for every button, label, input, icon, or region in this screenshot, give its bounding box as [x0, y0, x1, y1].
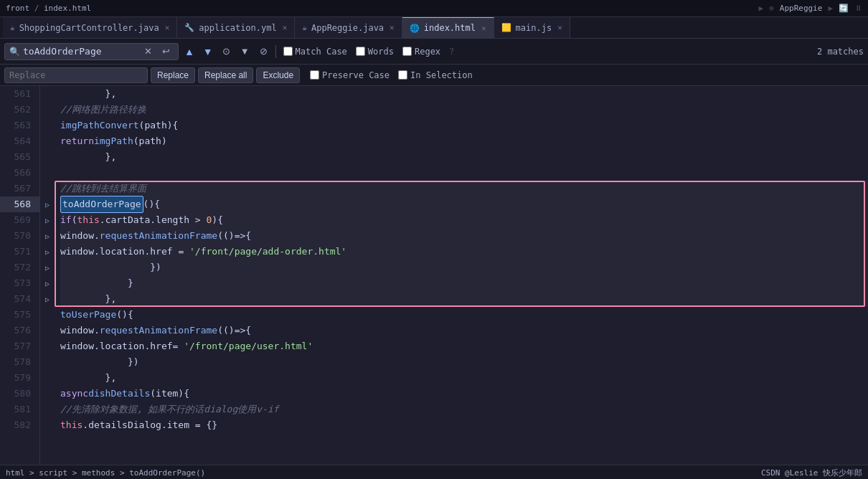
preserve-case-label[interactable]: Preserve Case [310, 70, 390, 80]
gutter-item [40, 102, 55, 118]
tab-close-html[interactable]: ✕ [481, 24, 486, 33]
code-line: async dishDetails(item){ [60, 386, 868, 402]
code-line: //先清除对象数据, 如果不行的话dialog使用v-if [60, 402, 868, 417]
code-line: }, [60, 149, 868, 165]
replace-button[interactable]: Replace [151, 67, 195, 83]
code-line: toAddOrderPage(){ [60, 196, 868, 212]
gutter-item: ▷ [40, 244, 55, 260]
line-number: 573 [0, 275, 39, 291]
line-number: 578 [0, 354, 39, 370]
tab-close-appreggie[interactable]: ✕ [390, 23, 395, 32]
code-line: imgPathConvert(path){ [60, 118, 868, 133]
line-number: 562 [0, 102, 39, 118]
tab-appreggie[interactable]: ☕ AppReggie.java ✕ [295, 17, 402, 39]
tab-close-shopping-cart[interactable]: ✕ [165, 23, 170, 32]
tab-icon-java: ☕ [10, 23, 15, 32]
line-number: 563 [0, 118, 39, 133]
line-number: 565 [0, 149, 39, 165]
line-number: 561 [0, 86, 39, 102]
top-bar-icon-2: ⊕ [769, 4, 774, 13]
line-number: 571 [0, 244, 39, 260]
replace-bar: Replace Replace all Exclude Preserve Cas… [0, 65, 868, 86]
code-line: }, [60, 370, 868, 386]
code-line: this.detailsDialog.item = {} [60, 417, 868, 433]
replace-input-wrap [4, 67, 148, 83]
line-number: 564 [0, 133, 39, 149]
gutter-item [40, 133, 55, 149]
code-line: window.requestAnimationFrame(()=>{ [60, 323, 868, 338]
regex-help: ? [449, 47, 454, 57]
line-number: 572 [0, 260, 39, 275]
gutter-item [40, 417, 55, 433]
code-line: }) [60, 354, 868, 370]
regex-label[interactable]: Regex [402, 47, 440, 57]
status-bar: html > script > methods > toAddOrderPage… [0, 465, 868, 479]
gutter-item [40, 402, 55, 417]
tab-shopping-cart[interactable]: ☕ ShoppingCartController.java ✕ [3, 17, 177, 39]
gutter-item [40, 370, 55, 386]
undo-search-button[interactable]: ↩ [159, 44, 174, 58]
exclude-button[interactable]: Exclude [256, 67, 300, 83]
tab-icon-appreggie: ☕ [302, 23, 307, 32]
code-line: window.location.href = '/front/page/add-… [60, 244, 868, 260]
match-case-checkbox[interactable] [283, 47, 293, 56]
search-filter-button[interactable]: ▼ [237, 44, 253, 58]
ide-path: front / index.html [6, 4, 91, 13]
tab-main-js[interactable]: 🟨 main.js ✕ [494, 17, 570, 39]
search-bar: 🔍 ✕ ↩ ▲ ▼ ⊙ ▼ ⊘ Match Case Words Regex ?… [0, 39, 868, 65]
search-exclude-button[interactable]: ⊘ [256, 44, 271, 58]
tab-application-yml[interactable]: 🔧 application.yml ✕ [177, 17, 295, 39]
line-number: 577 [0, 338, 39, 354]
line-number: 575 [0, 307, 39, 323]
replace-all-button[interactable]: Replace all [198, 67, 253, 83]
top-bar-icon-3: ▶ [828, 4, 833, 13]
search-input[interactable] [23, 46, 138, 57]
gutter-item [40, 181, 55, 196]
in-selection-text: In Selection [410, 70, 473, 80]
words-label[interactable]: Words [356, 47, 394, 57]
code-line: if(this.cartData.length > 0){ [60, 212, 868, 228]
code-line: } [60, 275, 868, 291]
search-divider [275, 45, 276, 58]
regex-checkbox[interactable] [402, 47, 412, 56]
watermark: CSDN @Leslie 快乐少年郎 [761, 468, 862, 478]
gutter-item [40, 386, 55, 402]
words-checkbox[interactable] [356, 47, 365, 56]
regex-text: Regex [415, 47, 440, 57]
top-bar-appreggie: AppReggie [780, 4, 823, 13]
search-match-highlight: toAddOrderPage [60, 196, 143, 213]
code-content[interactable]: }, //网络图片路径转换 imgPathConvert(path){ retu… [55, 86, 868, 465]
search-prev-button[interactable]: ▲ [181, 44, 197, 59]
gutter-item [40, 307, 55, 323]
search-open-button[interactable]: ⊙ [219, 44, 234, 58]
gutter-item: ▷ [40, 291, 55, 307]
matches-count: 2 matches [817, 47, 864, 57]
clear-search-button[interactable]: ✕ [141, 44, 156, 58]
in-selection-label[interactable]: In Selection [398, 70, 473, 80]
gutter-item [40, 86, 55, 102]
gutter-item [40, 354, 55, 370]
match-case-text: Match Case [296, 47, 347, 57]
in-selection-checkbox[interactable] [398, 70, 407, 80]
tab-icon-html: 🌐 [410, 24, 420, 33]
tab-icon-yml: 🔧 [184, 23, 194, 32]
gutter: ▷▷▷▷▷▷▷ [40, 86, 55, 465]
line-number: 580 [0, 386, 39, 402]
tab-close-yml[interactable]: ✕ [283, 23, 288, 32]
line-number: 579 [0, 370, 39, 386]
preserve-case-checkbox[interactable] [310, 70, 319, 80]
gutter-item [40, 149, 55, 165]
code-line [60, 165, 868, 181]
replace-input[interactable] [9, 70, 138, 80]
search-next-button[interactable]: ▼ [200, 44, 216, 59]
gutter-item [40, 165, 55, 181]
editor-area: 5615625635645655665675685695705715725735… [0, 86, 868, 465]
tab-index-html[interactable]: 🌐 index.html ✕ [402, 17, 494, 39]
line-number: 576 [0, 323, 39, 338]
match-case-label[interactable]: Match Case [283, 47, 347, 57]
code-line: //网络图片路径转换 [60, 102, 868, 118]
gutter-item: ▷ [40, 228, 55, 244]
tab-close-js[interactable]: ✕ [557, 23, 562, 32]
code-line: //跳转到去结算界面 [60, 181, 868, 196]
top-bar-icon-1: ▶ [759, 4, 764, 13]
